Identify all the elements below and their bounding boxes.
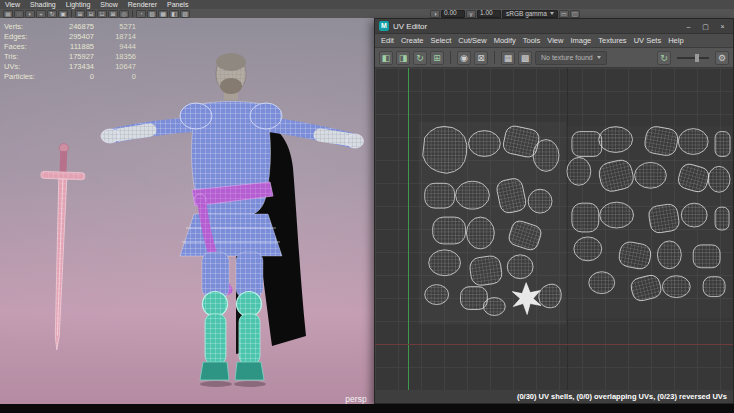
gamma-field[interactable]: 1.00	[477, 10, 501, 18]
hud-total: 175927	[50, 52, 94, 62]
exposure-field[interactable]: 0.00	[441, 10, 465, 18]
snap-grid-icon[interactable]: ⊞	[75, 10, 85, 18]
rotate-uv-icon[interactable]: ↻	[413, 51, 427, 65]
uv-editor-title: UV Editor	[393, 22, 678, 31]
cut-uv-icon[interactable]: ⊠	[474, 51, 488, 65]
hud-selected: 10647	[94, 62, 136, 72]
menu-renderer[interactable]: Renderer	[128, 1, 157, 8]
dim-image-icon[interactable]: ▩	[518, 51, 532, 65]
snap-plane-icon[interactable]: ⊠	[108, 10, 118, 18]
layout-uv-icon[interactable]: ⊞	[430, 51, 444, 65]
uv-editor-window: M UV Editor – ▢ × Edit Create Select Cut…	[374, 18, 734, 404]
menu-lighting[interactable]: Lighting	[66, 1, 91, 8]
hud-selected: 5271	[94, 22, 136, 32]
paint-select-icon[interactable]: ◐	[25, 10, 35, 18]
hud-selected: 18714	[94, 32, 136, 42]
hud-label: Verts:	[4, 22, 50, 32]
uv-menu-help[interactable]: Help	[668, 36, 683, 45]
toolbar-separator	[132, 10, 133, 17]
wireframe-display-icon[interactable]: ▦	[158, 10, 168, 18]
panel-toolbar: ▤ ◌ ◐ + ↻ ▣ ⊞ ⊟ ⊡ ⊠ ◎ ◔ ▧ ▦ ◧ ▨ ◑ 0.00 γ…	[0, 9, 734, 18]
menu-shading[interactable]: Shading	[30, 1, 56, 8]
rotate-tool-icon[interactable]: ↻	[47, 10, 57, 18]
texture-status-label: No texture found	[541, 54, 593, 61]
toolbar-separator	[450, 51, 451, 64]
target-weld-icon[interactable]: ◉	[457, 51, 471, 65]
uv-menu-select[interactable]: Select	[430, 36, 451, 45]
hud-row-particles: Particles: 0 0	[4, 72, 136, 82]
hud-row-verts: Verts: 246875 5271	[4, 22, 136, 32]
poly-count-hud: Verts: 246875 5271 Edges: 295407 18714 F…	[4, 22, 136, 82]
minimize-button[interactable]: –	[682, 21, 695, 32]
menu-show[interactable]: Show	[100, 1, 118, 8]
hud-row-faces: Faces: 111885 9444	[4, 42, 136, 52]
textured-display-icon[interactable]: ▨	[180, 10, 190, 18]
uv-settings-icon[interactable]: ⚙	[715, 51, 729, 65]
uv-menu-cutsew[interactable]: Cut/Sew	[458, 36, 486, 45]
exposure-slider[interactable]	[677, 57, 709, 59]
uv-status-bar: (0/30) UV shells, (0/0) overlapping UVs,…	[375, 390, 733, 403]
uv-canvas[interactable]	[375, 68, 733, 390]
hud-label: Faces:	[4, 42, 50, 52]
lasso-tool-icon[interactable]: ◌	[14, 10, 24, 18]
hud-total: 246875	[50, 22, 94, 32]
image-plane-icon[interactable]: ▧	[147, 10, 157, 18]
hud-total: 295407	[50, 32, 94, 42]
uv-menu-create[interactable]: Create	[401, 36, 424, 45]
maya-application: View Shading Lighting Show Renderer Pane…	[0, 0, 734, 413]
toolbar-separator	[71, 10, 72, 17]
hud-selected: 0	[94, 72, 136, 82]
hud-label: Particles:	[4, 72, 50, 82]
maximize-button[interactable]: ▢	[699, 21, 712, 32]
toolbar-separator	[494, 51, 495, 64]
uv-menu-view[interactable]: View	[547, 36, 563, 45]
camera-name-label: persp	[336, 394, 376, 404]
colorspace-dropdown[interactable]: sRGB gamma	[502, 10, 558, 18]
hud-selected: 9444	[94, 42, 136, 52]
hud-label: UVs:	[4, 62, 50, 72]
uv-editor-menubar: Edit Create Select Cut/Sew Modify Tools …	[375, 34, 733, 48]
uv-shells-graphic	[375, 68, 733, 390]
exposure-icon[interactable]: ◑	[430, 10, 440, 18]
flip-v-icon[interactable]: ◨	[396, 51, 410, 65]
uv-menu-textures[interactable]: Textures	[598, 36, 626, 45]
display-image-icon[interactable]: ▦	[501, 51, 515, 65]
update-texture-icon[interactable]: ↻	[657, 51, 671, 65]
hud-selected: 18356	[94, 52, 136, 62]
uv-menu-modify[interactable]: Modify	[494, 36, 516, 45]
uv-menu-tools[interactable]: Tools	[523, 36, 541, 45]
uv-menu-image[interactable]: Image	[570, 36, 591, 45]
gamma-icon[interactable]: γ	[466, 10, 476, 18]
hud-label: Edges:	[4, 32, 50, 42]
timeline-strip	[0, 404, 734, 413]
snap-curve-icon[interactable]: ⊟	[86, 10, 96, 18]
colorspace-value: sRGB gamma	[506, 10, 547, 17]
resolution-gate-icon[interactable]: ▭	[559, 10, 569, 18]
hud-row-edges: Edges: 295407 18714	[4, 32, 136, 42]
move-tool-icon[interactable]: +	[36, 10, 46, 18]
hud-row-tris: Tris: 175927 18356	[4, 52, 136, 62]
panel-menu-bar: View Shading Lighting Show Renderer Pane…	[0, 0, 734, 9]
snap-point-icon[interactable]: ⊡	[97, 10, 107, 18]
maya-icon: M	[379, 21, 389, 31]
texture-dropdown[interactable]: No texture found	[535, 51, 607, 65]
uv-menu-edit[interactable]: Edit	[381, 36, 394, 45]
slider-knob[interactable]	[695, 54, 699, 62]
flip-u-icon[interactable]: ◧	[379, 51, 393, 65]
uv-menu-uvsets[interactable]: UV Sets	[634, 36, 662, 45]
uv-editor-titlebar[interactable]: M UV Editor – ▢ ×	[375, 19, 733, 34]
hud-total: 0	[50, 72, 94, 82]
hud-total: 111885	[50, 42, 94, 52]
menu-panels[interactable]: Panels	[167, 1, 188, 8]
close-button[interactable]: ×	[716, 21, 729, 32]
make-live-icon[interactable]: ◎	[119, 10, 129, 18]
menu-view[interactable]: View	[5, 1, 20, 8]
shaded-display-icon[interactable]: ◧	[169, 10, 179, 18]
chevron-down-icon	[597, 56, 601, 59]
gate-mask-icon[interactable]: ◫	[570, 10, 580, 18]
scale-tool-icon[interactable]: ▣	[58, 10, 68, 18]
hud-total: 173434	[50, 62, 94, 72]
uv-editor-toolbar: ◧ ◨ ↻ ⊞ ◉ ⊠ ▦ ▩ No texture found ↻ ⚙	[375, 48, 733, 68]
camera-attributes-icon[interactable]: ◔	[136, 10, 146, 18]
select-tool-icon[interactable]: ▤	[3, 10, 13, 18]
